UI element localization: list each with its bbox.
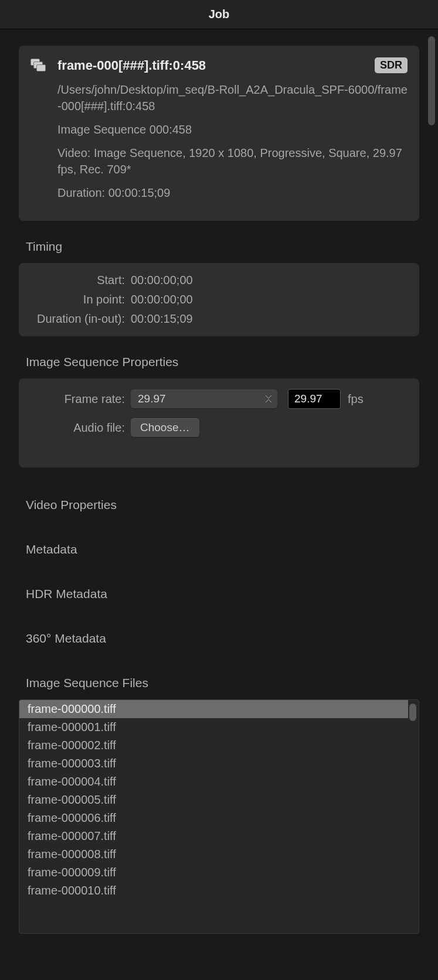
choose-audio-button[interactable]: Choose… — [131, 418, 199, 437]
window-title-bar: Job — [0, 0, 438, 29]
job-summary-card: frame-000[###].tiff:0:458 SDR /Users/joh… — [19, 46, 419, 221]
frame-rate-input[interactable]: 29.97 — [288, 389, 341, 409]
file-row[interactable]: frame-000001.tiff — [19, 718, 408, 736]
file-row[interactable]: frame-000010.tiff — [19, 882, 408, 900]
frame-rate-select[interactable]: 29.97 — [131, 390, 277, 408]
360-metadata-heading[interactable]: 360° Metadata — [26, 624, 419, 653]
panel-scrollbar[interactable] — [428, 36, 435, 973]
file-row[interactable]: frame-000007.tiff — [19, 827, 408, 845]
window-title: Job — [209, 8, 230, 21]
hdr-metadata-heading[interactable]: HDR Metadata — [26, 580, 419, 608]
timing-in-value[interactable]: 00:00:00;00 — [131, 293, 193, 306]
image-sequence-props-card: Frame rate: 29.97 29.97 fps Audio file: … — [19, 378, 419, 467]
timing-start-value[interactable]: 00:00:00;00 — [131, 274, 193, 287]
file-row[interactable]: frame-000009.tiff — [19, 863, 408, 882]
timing-start-label: Start: — [28, 274, 131, 287]
file-row[interactable]: frame-000003.tiff — [19, 754, 408, 773]
file-row[interactable]: frame-000004.tiff — [19, 773, 408, 791]
file-row[interactable]: frame-000008.tiff — [19, 845, 408, 863]
file-row[interactable]: frame-000002.tiff — [19, 736, 408, 754]
video-properties-heading[interactable]: Video Properties — [26, 491, 419, 519]
file-row[interactable]: frame-000006.tiff — [19, 809, 408, 827]
files-list-box: frame-000000.tiffframe-000001.tiffframe-… — [19, 699, 419, 934]
timing-heading: Timing — [26, 240, 419, 254]
files-scrollbar-thumb[interactable] — [409, 704, 416, 721]
metadata-heading[interactable]: Metadata — [26, 535, 419, 564]
file-row[interactable]: frame-000000.tiff — [19, 700, 408, 718]
image-sequence-props-heading: Image Sequence Properties — [26, 355, 419, 369]
timing-duration-label: Duration (in-out): — [28, 312, 131, 326]
image-sequence-files-heading[interactable]: Image Sequence Files — [26, 669, 419, 699]
timing-duration-value[interactable]: 00:00:15;09 — [131, 312, 193, 326]
sdr-badge: SDR — [375, 57, 408, 73]
panel-body: frame-000[###].tiff:0:458 SDR /Users/joh… — [0, 29, 438, 980]
file-row[interactable]: frame-000005.tiff — [19, 791, 408, 809]
job-path: /Users/john/Desktop/im_seq/B-Roll_A2A_Dr… — [57, 81, 408, 114]
fps-unit: fps — [348, 392, 364, 406]
timing-card: Start: 00:00:00;00 In point: 00:00:00;00… — [19, 263, 419, 336]
job-title: frame-000[###].tiff:0:458 — [57, 58, 206, 73]
files-list[interactable]: frame-000000.tiffframe-000001.tiffframe-… — [19, 700, 408, 900]
panel-scrollbar-thumb[interactable] — [428, 36, 435, 125]
frame-rate-select-value: 29.97 — [138, 392, 166, 405]
job-duration: Duration: 00:00:15;09 — [57, 185, 408, 201]
image-sequence-icon — [30, 59, 46, 74]
frame-rate-label: Frame rate: — [28, 392, 131, 406]
timing-in-label: In point: — [28, 293, 131, 306]
job-sequence: Image Sequence 000:458 — [57, 121, 408, 138]
audio-file-label: Audio file: — [28, 421, 131, 435]
job-video-info: Video: Image Sequence, 1920 x 1080, Prog… — [57, 145, 408, 177]
files-scrollbar[interactable] — [409, 704, 416, 930]
